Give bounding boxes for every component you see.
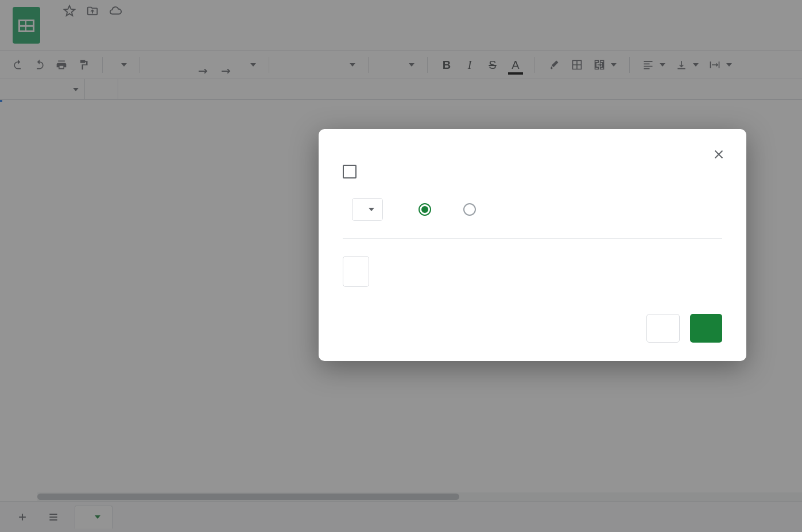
sort-column-dropdown[interactable]	[352, 198, 383, 221]
sort-range-dialog	[319, 129, 746, 361]
cancel-button[interactable]	[646, 314, 680, 343]
sort-za-radio[interactable]	[463, 203, 482, 216]
sort-button[interactable]	[690, 314, 722, 343]
add-sort-column-button[interactable]	[343, 256, 369, 287]
header-row-checkbox[interactable]	[343, 165, 357, 178]
radio-icon	[419, 203, 431, 216]
radio-icon	[463, 203, 476, 216]
close-icon	[712, 148, 725, 161]
sort-az-radio[interactable]	[419, 203, 437, 216]
close-button[interactable]	[711, 146, 727, 162]
chevron-down-icon	[369, 208, 374, 211]
